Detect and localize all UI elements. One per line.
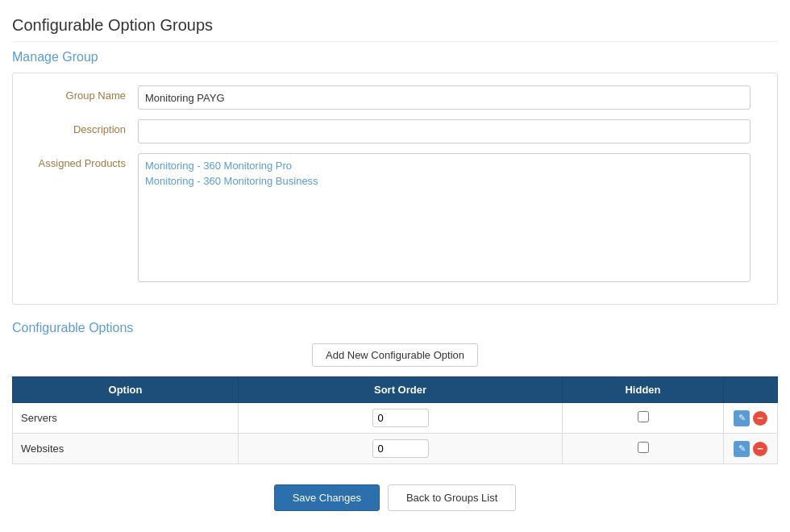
add-option-btn-wrap: Add New Configurable Option [12,343,778,367]
configurable-options-section: Configurable Options Add New Configurabl… [12,321,778,464]
manage-group-section: Group Name Description Assigned Products… [12,73,778,305]
hidden-checkbox[interactable] [638,411,649,422]
delete-icon[interactable]: − [753,442,767,456]
col-header-hidden: Hidden [563,377,724,403]
product-item[interactable]: Monitoring - 360 Monitoring Pro [143,158,746,173]
manage-group-heading: Manage Group [12,50,778,64]
group-name-row: Group Name [21,85,769,110]
option-name-cell: Servers [13,403,239,434]
table-row: Servers✎− [13,403,778,434]
delete-icon[interactable]: − [753,411,767,426]
edit-icon[interactable]: ✎ [734,410,750,426]
back-to-groups-button[interactable]: Back to Groups List [388,484,516,511]
group-name-label: Group Name [21,85,138,102]
footer-buttons: Save Changes Back to Groups List [12,484,778,511]
description-input[interactable] [138,119,750,143]
options-table-header: Option Sort Order Hidden [13,377,778,403]
assigned-products-list[interactable]: Monitoring - 360 Monitoring ProMonitorin… [138,153,750,282]
assigned-products-row: Assigned Products Monitoring - 360 Monit… [21,153,769,282]
sort-order-input[interactable] [372,409,429,427]
configurable-options-heading: Configurable Options [12,321,778,335]
options-table-body: Servers✎−Websites✎− [13,403,778,464]
group-name-input[interactable] [138,85,750,110]
actions-cell: ✎− [724,403,778,434]
assigned-products-label: Assigned Products [21,153,138,169]
hidden-cell [563,403,724,434]
save-changes-button[interactable]: Save Changes [274,484,380,511]
edit-icon[interactable]: ✎ [734,441,750,457]
add-new-option-button[interactable]: Add New Configurable Option [312,343,478,367]
hidden-cell [563,434,724,464]
product-item[interactable]: Monitoring - 360 Monitoring Business [143,173,746,189]
col-header-actions [724,377,778,403]
sort-order-cell [239,434,563,464]
hidden-checkbox[interactable] [638,442,649,453]
description-row: Description [21,119,769,143]
option-name-cell: Websites [13,434,239,464]
table-row: Websites✎− [13,434,778,464]
sort-order-cell [239,403,563,434]
options-table: Option Sort Order Hidden Servers✎−Websit… [12,376,778,464]
actions-cell: ✎− [724,434,778,464]
col-header-sort: Sort Order [239,377,563,403]
page-title: Configurable Option Groups [12,16,778,42]
sort-order-input[interactable] [372,439,429,458]
description-label: Description [21,119,138,135]
col-header-option: Option [13,377,239,403]
